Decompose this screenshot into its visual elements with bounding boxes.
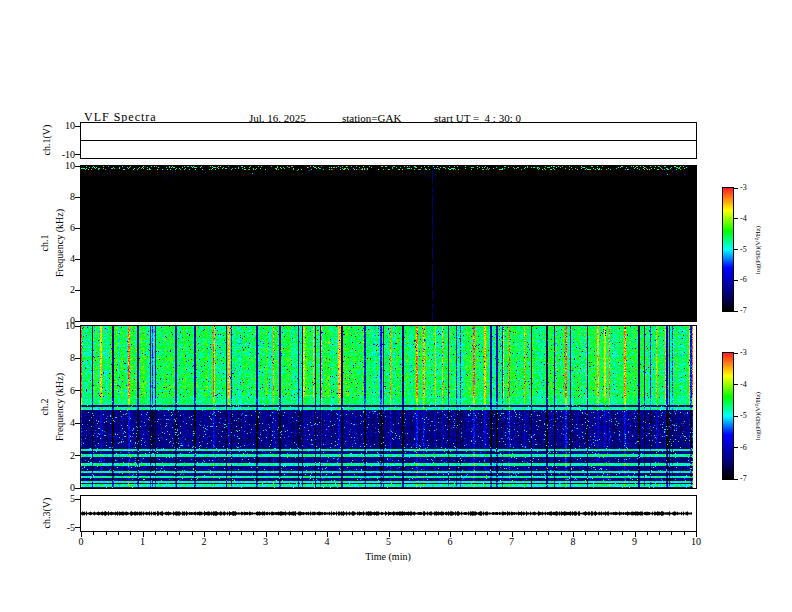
y-tick-mark	[75, 126, 80, 127]
x-tick-label: 6	[448, 537, 453, 547]
x-minor-tick-mark	[561, 532, 562, 535]
x-minor-tick-mark	[413, 532, 414, 535]
x-minor-tick-mark	[130, 532, 131, 535]
y-tick-label: 2	[49, 451, 75, 461]
y-tick-label: -10	[49, 150, 75, 160]
colorbar-tick-mark	[734, 280, 738, 281]
x-minor-tick-mark	[499, 532, 500, 535]
x-tick-mark	[389, 532, 390, 537]
x-tick-mark	[512, 532, 513, 537]
x-minor-tick-mark	[216, 532, 217, 535]
colorbar-tick-mark	[734, 188, 738, 189]
x-tick-mark	[143, 532, 144, 537]
y-tick-label: 4	[49, 254, 75, 264]
colorbar-tick-mark	[734, 249, 738, 250]
x-minor-tick-mark	[610, 532, 611, 535]
colorbar-ch2-gradient	[723, 353, 733, 479]
x-minor-tick-mark	[487, 532, 488, 535]
y-tick-label: 10	[49, 121, 75, 131]
x-minor-tick-mark	[302, 532, 303, 535]
y-tick-mark	[75, 154, 80, 155]
x-minor-tick-mark	[376, 532, 377, 535]
y-tick-label: 0	[49, 483, 75, 493]
y-tick-label: 4	[49, 418, 75, 428]
colorbar-tick-mark	[734, 353, 738, 354]
x-tick-label: 7	[509, 537, 514, 547]
colorbar-tick-mark	[734, 384, 738, 385]
x-tick-label: 0	[79, 537, 84, 547]
colorbar-tick-mark	[734, 447, 738, 448]
y-tick-label: 2	[49, 285, 75, 295]
y-tick-label: 6	[49, 386, 75, 396]
y-tick-label: 5	[49, 494, 75, 504]
x-minor-tick-mark	[462, 532, 463, 535]
x-minor-tick-mark	[192, 532, 193, 535]
x-minor-tick-mark	[647, 532, 648, 535]
x-tick-label: 3	[263, 537, 268, 547]
colorbar-tick-label: -3	[740, 349, 747, 357]
x-minor-tick-mark	[524, 532, 525, 535]
ch2-spectrogram-panel	[80, 325, 697, 489]
x-tick-label: 8	[571, 537, 576, 547]
ch1-spectrogram-panel	[80, 165, 697, 322]
colorbar-tick-label: -3	[740, 184, 747, 192]
y-tick-mark	[75, 197, 80, 198]
y-tick-mark	[75, 259, 80, 260]
x-minor-tick-mark	[315, 532, 316, 535]
y-tick-label: 8	[49, 192, 75, 202]
x-minor-tick-mark	[352, 532, 353, 535]
y-tick-label: 8	[49, 353, 75, 363]
x-tick-mark	[266, 532, 267, 537]
colorbar-tick-label: -5	[740, 412, 747, 420]
x-minor-tick-mark	[536, 532, 537, 535]
x-minor-tick-mark	[585, 532, 586, 535]
x-tick-label: 9	[632, 537, 637, 547]
ch1-voltage-trace	[81, 123, 696, 158]
ch1-voltage-panel	[80, 122, 697, 159]
y-tick-mark	[75, 499, 80, 500]
colorbar-tick-label: -4	[740, 215, 747, 223]
y-tick-mark	[75, 390, 80, 391]
colorbar-tick-mark	[734, 218, 738, 219]
colorbar-tick-mark	[734, 416, 738, 417]
x-minor-tick-mark	[155, 532, 156, 535]
ch1-spectrogram-ylabel: Frequency (kHz)	[54, 209, 65, 277]
x-minor-tick-mark	[118, 532, 119, 535]
x-tick-label: 1	[140, 537, 145, 547]
x-minor-tick-mark	[241, 532, 242, 535]
y-tick-mark	[75, 423, 80, 424]
ch2-spectrogram-ylabel: Frequency (kHz)	[54, 373, 65, 441]
colorbar-ch1-gradient	[723, 188, 733, 311]
x-minor-tick-mark	[278, 532, 279, 535]
colorbar-tick-mark	[734, 311, 738, 312]
x-minor-tick-mark	[106, 532, 107, 535]
x-tick-label: 2	[202, 537, 207, 547]
y-tick-label: 10	[49, 321, 75, 331]
vlf-spectra-figure: VLF Spectra Jul. 16, 2025 station=GAK st…	[0, 0, 792, 612]
y-tick-mark	[75, 358, 80, 359]
y-tick-mark	[75, 488, 80, 489]
x-tick-mark	[327, 532, 328, 537]
ch2-spectrogram-channel-label: ch.2	[39, 399, 50, 416]
x-tick-label: 10	[691, 537, 701, 547]
x-minor-tick-mark	[438, 532, 439, 535]
y-tick-mark	[75, 228, 80, 229]
time-axis-label: Time (min)	[365, 551, 410, 562]
x-tick-mark	[204, 532, 205, 537]
x-minor-tick-mark	[364, 532, 365, 535]
ch1-spectrogram	[81, 166, 696, 321]
y-tick-label: 6	[49, 223, 75, 233]
colorbar-tick-label: -6	[740, 276, 747, 284]
colorbar-ch1-label: log(PSD)(V²/Hz)	[754, 226, 762, 274]
x-tick-mark	[450, 532, 451, 537]
x-minor-tick-mark	[93, 532, 94, 535]
x-minor-tick-mark	[425, 532, 426, 535]
x-minor-tick-mark	[548, 532, 549, 535]
y-tick-mark	[75, 166, 80, 167]
x-minor-tick-mark	[229, 532, 230, 535]
y-tick-label: 10	[49, 161, 75, 171]
y-tick-mark	[75, 321, 80, 322]
colorbar-tick-label: -7	[740, 307, 747, 315]
ch3-voltage-panel	[80, 495, 697, 532]
x-minor-tick-mark	[339, 532, 340, 535]
